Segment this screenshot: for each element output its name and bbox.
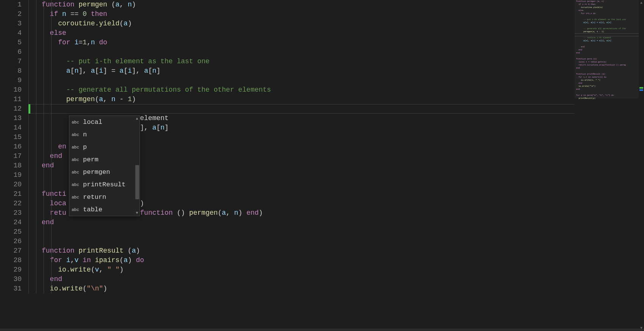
code-line[interactable]: end bbox=[42, 218, 574, 227]
line-number-gutter: 1234567891011121314151617181920212223242… bbox=[0, 0, 28, 331]
autocomplete-item[interactable]: abclocal bbox=[69, 116, 139, 128]
line-number: 13 bbox=[0, 114, 22, 123]
editor-scrollbar[interactable]: ▲ ▼ bbox=[639, 0, 644, 331]
autocomplete-item[interactable]: abcpermgen bbox=[69, 166, 139, 178]
scroll-down-icon[interactable]: ▼ bbox=[136, 210, 138, 216]
word-icon: abc bbox=[72, 145, 83, 150]
line-number: 8 bbox=[0, 66, 22, 76]
autocomplete-scrollbar-thumb[interactable] bbox=[135, 165, 139, 199]
code-line[interactable]: a[n], a[i] = a[i], a[n] bbox=[42, 66, 574, 76]
code-line[interactable] bbox=[42, 47, 574, 57]
minimap-current-line bbox=[575, 33, 639, 36]
autocomplete-scrollbar[interactable]: ▲ ▼ bbox=[135, 116, 139, 216]
word-icon: abc bbox=[72, 170, 83, 175]
autocomplete-label: printResult bbox=[83, 181, 125, 188]
line-number: 16 bbox=[0, 142, 22, 151]
modified-line-marker bbox=[28, 104, 30, 114]
autocomplete-label: perm bbox=[83, 156, 99, 163]
line-number: 21 bbox=[0, 189, 22, 199]
line-number: 25 bbox=[0, 227, 22, 237]
code-line[interactable]: permgen(a, n - 1) bbox=[42, 95, 574, 104]
line-number: 5 bbox=[0, 38, 22, 47]
line-number: 2 bbox=[0, 9, 22, 19]
line-number: 20 bbox=[0, 180, 22, 189]
code-line[interactable]: -- generate all permutations of the othe… bbox=[42, 85, 574, 95]
autocomplete-label: permgen bbox=[83, 169, 110, 176]
line-number: 11 bbox=[0, 95, 22, 104]
line-number: 27 bbox=[0, 246, 22, 256]
line-number: 28 bbox=[0, 256, 22, 265]
autocomplete-label: table bbox=[83, 206, 102, 213]
line-number: 24 bbox=[0, 218, 22, 227]
line-number: 19 bbox=[0, 170, 22, 180]
code-line[interactable] bbox=[42, 227, 574, 237]
word-icon: abc bbox=[72, 208, 83, 212]
code-line[interactable] bbox=[42, 76, 574, 85]
line-number: 18 bbox=[0, 161, 22, 170]
line-number: 9 bbox=[0, 76, 22, 85]
autocomplete-label: return bbox=[83, 194, 106, 201]
line-number: 12 bbox=[0, 104, 22, 114]
line-number: 7 bbox=[0, 57, 22, 66]
code-line[interactable]: else bbox=[42, 28, 574, 38]
line-number: 31 bbox=[0, 284, 22, 294]
code-line[interactable] bbox=[42, 104, 574, 114]
autocomplete-label: local bbox=[83, 119, 102, 126]
code-line[interactable]: io.write(v, " ") bbox=[42, 265, 574, 275]
code-line[interactable]: function printResult (a) bbox=[42, 246, 574, 256]
line-number: 17 bbox=[0, 151, 22, 161]
code-line[interactable]: io.write("\n") bbox=[42, 284, 574, 294]
code-line[interactable]: -- put i-th element as the last one bbox=[42, 57, 574, 66]
code-line[interactable]: function permgen (a, n) bbox=[42, 0, 574, 9]
code-line[interactable]: if n == 0 then bbox=[42, 9, 574, 19]
line-number: 1 bbox=[0, 0, 22, 9]
code-line[interactable]: coroutine.yield(a) bbox=[42, 19, 574, 28]
overview-change-marker bbox=[639, 87, 643, 89]
autocomplete-label: n bbox=[83, 131, 87, 138]
autocomplete-item[interactable]: abcp bbox=[69, 141, 139, 153]
autocomplete-popup[interactable]: abclocalabcnabcpabcpermabcpermgenabcprin… bbox=[69, 116, 140, 216]
word-icon: abc bbox=[72, 133, 83, 137]
minimap-viewport[interactable] bbox=[575, 0, 639, 98]
line-number: 14 bbox=[0, 123, 22, 133]
line-number: 3 bbox=[0, 19, 22, 28]
line-number: 26 bbox=[0, 237, 22, 246]
line-number: 30 bbox=[0, 275, 22, 284]
code-line[interactable]: for i,v in ipairs(a) do bbox=[42, 256, 574, 265]
line-number: 29 bbox=[0, 265, 22, 275]
word-icon: abc bbox=[72, 120, 83, 125]
code-line[interactable]: end bbox=[42, 275, 574, 284]
autocomplete-item[interactable]: abcprintResult bbox=[69, 178, 139, 191]
autocomplete-item[interactable]: abcreturn bbox=[69, 191, 139, 203]
word-icon: abc bbox=[72, 158, 83, 162]
code-line[interactable] bbox=[42, 237, 574, 246]
overview-cursor-marker bbox=[639, 89, 643, 91]
minimap[interactable]: function permgen (a, n) if n == 0 then c… bbox=[574, 0, 639, 331]
line-number: 15 bbox=[0, 133, 22, 142]
code-line[interactable]: for i=1,n do bbox=[42, 38, 574, 47]
code-editor: 1234567891011121314151617181920212223242… bbox=[0, 0, 644, 331]
word-icon: abc bbox=[72, 195, 83, 200]
line-number: 23 bbox=[0, 208, 22, 218]
line-number: 22 bbox=[0, 199, 22, 208]
scroll-up-icon[interactable]: ▲ bbox=[136, 116, 138, 122]
autocomplete-item[interactable]: abcn bbox=[69, 128, 139, 141]
autocomplete-label: p bbox=[83, 144, 87, 151]
line-number: 6 bbox=[0, 47, 22, 57]
word-icon: abc bbox=[72, 183, 83, 187]
autocomplete-item[interactable]: abctable bbox=[69, 203, 139, 216]
horizontal-scrollbar[interactable] bbox=[0, 329, 644, 331]
scroll-up-icon[interactable]: ▲ bbox=[639, 1, 644, 5]
line-number: 10 bbox=[0, 85, 22, 95]
line-number: 4 bbox=[0, 28, 22, 38]
autocomplete-item[interactable]: abcperm bbox=[69, 153, 139, 166]
